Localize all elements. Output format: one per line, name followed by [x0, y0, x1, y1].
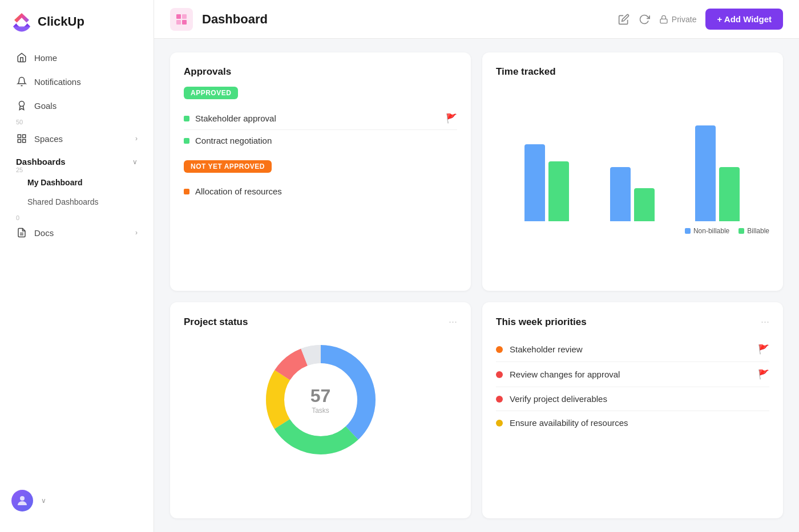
flag-icon-1: 🚩: [446, 113, 457, 124]
approval-dot-green-2: [184, 138, 189, 144]
bar-blue-1: [524, 144, 545, 221]
svg-point-7: [20, 496, 25, 501]
not-approved-items-list: Allocation of resources: [184, 181, 457, 202]
sidebar-item-docs-label: Docs: [34, 228, 54, 238]
donut-chart-container: 57 Tasks: [184, 337, 457, 462]
dashboard-header-icon: [170, 8, 193, 31]
bar-green-1: [548, 161, 569, 221]
grid-icon: [175, 13, 188, 26]
priority-item-2: Review changes for approval 🚩: [496, 362, 769, 387]
edit-button[interactable]: [618, 14, 629, 25]
home-icon: [16, 52, 27, 63]
approval-dot-orange: [184, 189, 189, 194]
project-status-card: Project status ···: [170, 302, 471, 518]
refresh-button[interactable]: [639, 14, 650, 25]
priority-flag-1: 🚩: [758, 344, 769, 355]
priority-dot-1: [496, 346, 503, 353]
legend-non-billable: Non-billable: [685, 227, 729, 235]
legend-dot-green: [739, 228, 744, 234]
donut-number: 57: [310, 385, 331, 407]
svg-rect-9: [182, 14, 187, 19]
chart-legend: Non-billable Billable: [496, 227, 769, 235]
docs-icon: [16, 227, 27, 238]
bar-blue-3: [695, 125, 716, 221]
bar-green-2: [634, 188, 655, 221]
priority-dot-2: [496, 371, 503, 378]
priority-flag-2: 🚩: [758, 369, 769, 380]
chevron-right-icon-docs: ›: [135, 229, 138, 237]
approval-item-contract: Contract negotiation: [184, 130, 457, 151]
approval-label-contract: Contract negotiation: [195, 136, 457, 145]
approval-item-stakeholder: Stakeholder approval 🚩: [184, 107, 457, 130]
legend-dot-blue: [685, 228, 691, 234]
approval-label-stakeholder: Stakeholder approval: [195, 113, 440, 123]
svg-rect-11: [182, 20, 187, 25]
user-avatar[interactable]: [11, 490, 33, 511]
priorities-card: This week priorities ··· Stakeholder rev…: [482, 302, 783, 518]
privacy-indicator: Private: [659, 15, 697, 24]
approved-items-list: Stakeholder approval 🚩 Contract negotiat…: [184, 107, 457, 151]
svg-point-0: [19, 101, 25, 107]
sidebar-item-home[interactable]: Home: [5, 46, 149, 69]
app-name: ClickUp: [38, 14, 84, 29]
time-tracked-title: Time tracked: [496, 66, 769, 78]
bell-icon: [16, 76, 27, 87]
header: Dashboard Private + Add Widget: [154, 0, 799, 39]
svg-rect-12: [660, 19, 667, 23]
approval-item-allocation: Allocation of resources: [184, 181, 457, 202]
priorities-menu[interactable]: ···: [761, 316, 769, 328]
sidebar-bottom: ∨: [0, 481, 154, 521]
add-widget-button[interactable]: + Add Widget: [705, 9, 783, 30]
priority-item-1: Stakeholder review 🚩: [496, 337, 769, 362]
sidebar-item-dashboards-label: Dashboards: [16, 157, 66, 166]
priority-dot-3: [496, 396, 503, 403]
bar-chart: [513, 119, 769, 221]
sidebar-item-notifications[interactable]: Notifications: [5, 70, 149, 93]
priorities-header: This week priorities ···: [496, 316, 769, 328]
project-status-header: Project status ···: [184, 316, 457, 328]
sidebar-item-goals-label: Goals: [34, 101, 57, 111]
bar-group-2: [610, 167, 684, 221]
sidebar-item-my-dashboard[interactable]: My Dashboard: [5, 173, 149, 192]
approval-label-allocation: Allocation of resources: [195, 186, 457, 196]
legend-label-billable: Billable: [747, 227, 769, 235]
sidebar-item-docs[interactable]: Docs ›: [5, 221, 149, 244]
sidebar-item-notifications-label: Notifications: [34, 77, 81, 87]
chevron-down-icon: ∨: [132, 158, 138, 166]
privacy-label: Private: [672, 15, 697, 24]
priorities-title: This week priorities: [496, 316, 587, 328]
sidebar-item-shared-dashboards-label: Shared Dashboards: [27, 197, 99, 206]
sidebar-item-shared-dashboards[interactable]: Shared Dashboards: [5, 193, 149, 211]
bar-chart-area: 50 25 0: [496, 87, 769, 235]
legend-label-non-billable: Non-billable: [693, 227, 729, 235]
svg-rect-2: [23, 135, 26, 137]
sidebar-item-home-label: Home: [34, 53, 57, 63]
priority-label-3: Verify project deliverables: [510, 394, 769, 404]
bar-group-1: [524, 144, 599, 221]
approvals-card: Approvals APPROVED Stakeholder approval …: [170, 52, 471, 291]
main-content: Dashboard Private + Add Widget Approvals…: [154, 0, 799, 532]
bar-group-3: [695, 125, 769, 221]
clickup-logo-icon: [11, 11, 32, 32]
header-actions: Private + Add Widget: [618, 9, 783, 30]
sidebar-item-spaces[interactable]: Spaces ›: [5, 127, 149, 150]
priority-item-4: Ensure availability of resources: [496, 411, 769, 434]
sidebar-item-spaces-label: Spaces: [34, 134, 63, 144]
approvals-card-title: Approvals: [184, 66, 457, 78]
donut-center-text: 57 Tasks: [310, 385, 331, 415]
trophy-icon: [16, 100, 27, 111]
svg-rect-10: [176, 20, 181, 25]
bar-green-3: [719, 167, 740, 221]
priority-dot-4: [496, 420, 503, 427]
sidebar-item-dashboards[interactable]: Dashboards ∨: [5, 151, 149, 172]
page-title: Dashboard: [202, 12, 609, 27]
approval-dot-green-1: [184, 116, 189, 121]
priority-item-3: Verify project deliverables: [496, 387, 769, 411]
lock-icon: [659, 15, 668, 24]
sidebar-item-goals[interactable]: Goals: [5, 94, 149, 117]
content-grid: Approvals APPROVED Stakeholder approval …: [154, 39, 799, 532]
approved-badge: APPROVED: [184, 87, 238, 99]
project-status-menu[interactable]: ···: [449, 316, 457, 328]
avatar-chevron-icon[interactable]: ∨: [41, 497, 46, 505]
priority-label-2: Review changes for approval: [510, 369, 751, 379]
